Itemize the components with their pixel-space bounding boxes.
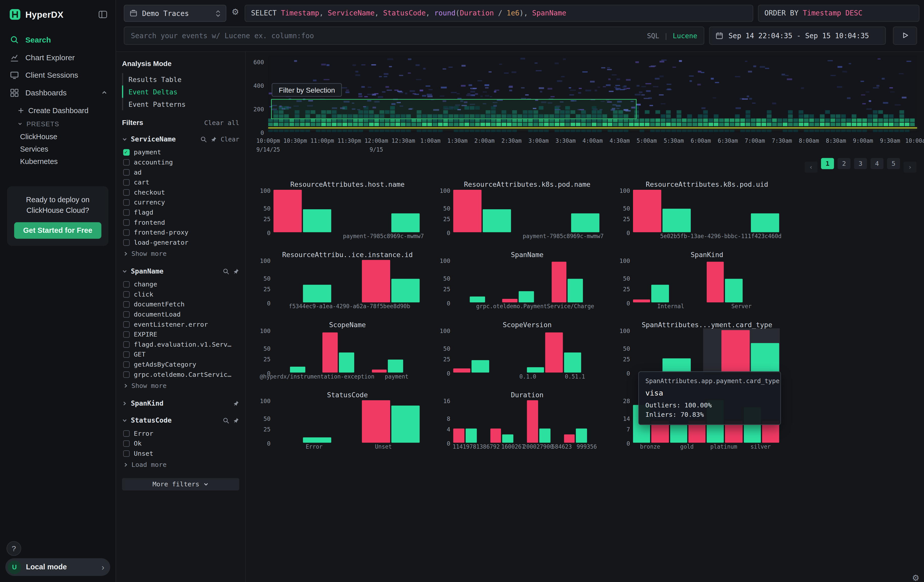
sidebar-item-search[interactable]: Search	[0, 31, 116, 48]
pin-icon[interactable]	[211, 136, 217, 142]
checkbox[interactable]	[123, 291, 130, 298]
bar-inlier[interactable]	[539, 429, 550, 443]
clear-all-button[interactable]: Clear all	[204, 119, 239, 126]
pagination-page-4[interactable]: 4	[871, 158, 884, 169]
sidebar-item-kubernetes[interactable]: Kubernetes	[0, 155, 116, 168]
heatmap-selection-box[interactable]	[271, 99, 637, 119]
local-mode-button[interactable]: U Local mode ›	[5, 558, 110, 576]
bar-outlier[interactable]	[721, 330, 750, 373]
bar-outlier[interactable]	[527, 400, 538, 443]
checkbox[interactable]	[123, 361, 130, 368]
show-more-button[interactable]: Show more	[122, 249, 239, 259]
sidebar-item-client-sessions[interactable]: Client Sessions	[0, 66, 116, 84]
chevron-down-icon[interactable]	[122, 417, 127, 423]
filter-item[interactable]: getAdsByCategory	[122, 359, 239, 370]
bar-outlier[interactable]	[453, 429, 464, 443]
presets-toggle[interactable]: PRESETS	[0, 117, 116, 130]
filter-item[interactable]: documentLoad	[122, 310, 239, 320]
bar-outlier[interactable]	[551, 262, 567, 302]
bar-inlier[interactable]	[662, 358, 691, 373]
bar-outlier[interactable]	[502, 299, 517, 302]
sidebar-item-dashboards[interactable]: Dashboards	[0, 84, 116, 101]
show-more-button[interactable]: Show more	[122, 381, 239, 391]
bar-inlier[interactable]	[472, 360, 489, 373]
chart-plot[interactable]	[273, 330, 420, 373]
pagination-page-3[interactable]: 3	[854, 158, 867, 169]
sidebar-item-services[interactable]: Services	[0, 143, 116, 155]
chevron-right-icon[interactable]	[122, 401, 127, 406]
chart-plot[interactable]	[632, 190, 780, 232]
filter-item[interactable]: flagd.evaluation.v1.Serv…	[122, 340, 239, 350]
filter-item[interactable]: payment	[122, 147, 239, 157]
bar-inlier[interactable]	[571, 214, 599, 232]
checkbox[interactable]	[123, 301, 130, 308]
checkbox[interactable]	[123, 169, 130, 176]
checkbox[interactable]	[123, 311, 130, 318]
filter-search-icon[interactable]	[223, 268, 229, 275]
bar-outlier[interactable]	[633, 190, 662, 232]
get-started-button[interactable]: Get Started for Free	[14, 223, 101, 239]
filter-item[interactable]: load-generator	[122, 237, 239, 248]
chart-plot[interactable]	[453, 330, 600, 373]
bar-inlier[interactable]	[391, 406, 420, 443]
source-select[interactable]: Demo Traces	[124, 5, 226, 22]
bar-inlier[interactable]	[465, 429, 477, 443]
bar-inlier[interactable]	[751, 214, 779, 232]
bar-outlier[interactable]	[490, 429, 501, 443]
lucene-language-toggle[interactable]: Lucene	[673, 31, 697, 40]
checkbox[interactable]	[123, 239, 130, 246]
filter-item[interactable]: currency	[122, 197, 239, 208]
help-button[interactable]: ?	[7, 541, 21, 556]
bar-outlier[interactable]	[545, 333, 563, 373]
chart-plot[interactable]	[273, 400, 420, 443]
chart-plot[interactable]	[632, 260, 780, 302]
chart-plot[interactable]	[632, 330, 780, 373]
sql-select-display[interactable]: SELECT Timestamp, ServiceName, StatusCod…	[245, 5, 753, 22]
show-more-button[interactable]: Load more	[122, 460, 239, 470]
bar-inlier[interactable]	[652, 285, 669, 302]
settings-gear-icon[interactable]: ⚙	[912, 573, 919, 582]
run-query-button[interactable]	[893, 26, 917, 45]
checkbox[interactable]	[123, 149, 130, 156]
checkbox[interactable]	[123, 209, 130, 216]
create-dashboard-button[interactable]: Create Dashboard	[0, 104, 116, 117]
pagination-next-button[interactable]: ›	[904, 162, 916, 173]
filter-item[interactable]: ad	[122, 168, 239, 178]
checkbox[interactable]	[123, 450, 130, 457]
filter-item[interactable]: eventListener.error	[122, 320, 239, 330]
bar-outlier[interactable]	[323, 333, 338, 373]
checkbox[interactable]	[123, 331, 130, 338]
filter-item[interactable]: EXPIRE	[122, 330, 239, 340]
checkbox[interactable]	[123, 430, 130, 437]
bar-outlier[interactable]	[362, 260, 390, 302]
bar-inlier[interactable]	[564, 353, 581, 373]
mode-results-table[interactable]: Results Table	[122, 73, 239, 86]
bar-inlier[interactable]	[339, 353, 354, 373]
filter-item[interactable]: documentFetch	[122, 299, 239, 310]
checkbox[interactable]	[123, 440, 130, 447]
bar-inlier[interactable]	[391, 214, 420, 232]
checkbox[interactable]	[123, 159, 130, 166]
bar-outlier[interactable]	[633, 300, 650, 302]
source-settings-gear-icon[interactable]: ⚙	[231, 8, 239, 16]
filter-item[interactable]: Error	[122, 429, 239, 439]
bar-inlier[interactable]	[576, 429, 587, 443]
mode-event-deltas[interactable]: Event Deltas	[122, 86, 239, 98]
pin-icon[interactable]	[233, 268, 239, 275]
pagination-prev-button[interactable]: ‹	[805, 162, 817, 173]
bar-outlier[interactable]	[707, 262, 724, 302]
checkbox[interactable]	[123, 199, 130, 206]
chevron-down-icon[interactable]	[122, 269, 127, 274]
order-by-display[interactable]: ORDER BY Timestamp DESC	[758, 5, 919, 22]
checkbox[interactable]	[123, 219, 130, 226]
checkbox[interactable]	[123, 341, 130, 348]
filter-item[interactable]: checkout	[122, 188, 239, 198]
chart-plot[interactable]	[453, 260, 600, 302]
bar-outlier[interactable]	[274, 190, 302, 232]
mode-event-patterns[interactable]: Event Patterns	[122, 98, 239, 110]
date-range-picker[interactable]: Sep 14 22:04:35 - Sep 15 10:04:35	[709, 26, 886, 45]
bar-inlier[interactable]	[527, 367, 544, 373]
checkbox[interactable]	[123, 179, 130, 186]
bar-outlier[interactable]	[564, 434, 575, 443]
filter-item[interactable]: frontend-proxy	[122, 228, 239, 237]
